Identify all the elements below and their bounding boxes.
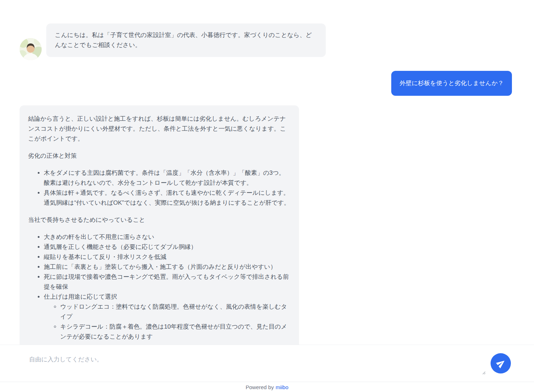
answer-section2-list: 大きめの軒を出して不用意に濡らさない 通気層を正しく機能させる（必要に応じてダブ… xyxy=(28,232,290,342)
send-button[interactable] xyxy=(491,353,511,373)
list-item: 具体策は軒＋通気です。なるべく濡らさず、濡れても速やかに乾くディテールにします。… xyxy=(44,188,290,208)
list-item: 縦貼りを基本にして反り・排水リスクを低減 xyxy=(44,252,290,262)
powered-by-text: Powered by xyxy=(246,384,274,390)
paper-plane-icon xyxy=(494,357,507,370)
message-input[interactable] xyxy=(28,352,486,375)
miibo-link[interactable]: miibo xyxy=(276,384,288,390)
composer-bar xyxy=(0,345,534,382)
footer: Powered by miibo xyxy=(0,382,534,392)
list-item: 通気層を正しく機能させる（必要に応じてダブル胴縁） xyxy=(44,242,290,252)
chat-widget: こんにちは。私は「子育て世代の家設計室」の代表、小暮徳行です。家づくりのことなら… xyxy=(0,0,534,392)
bot-greeting-text: こんにちは。私は「子育て世代の家設計室」の代表、小暮徳行です。家づくりのことなら… xyxy=(55,32,312,48)
answer-section1-list: 木をダメにする主因は腐朽菌です。条件は「温度」「水分（含水率）」「酸素」の3つ。… xyxy=(28,168,290,208)
bot-avatar xyxy=(20,38,42,60)
list-item: ウッドロングエコ：塗料ではなく防腐処理。色褪せがなく、風化の表情を楽しむタイプ xyxy=(60,302,290,322)
list-item: キシラデコール：防腐＋着色。濃色は10年程度で色褪せが目立つので、見た目のメンテ… xyxy=(60,322,290,342)
resize-handle-icon[interactable] xyxy=(481,370,486,374)
list-item-text: 仕上げは用途に応じて選択 xyxy=(44,293,117,300)
user-message-bubble: 外壁に杉板を使うと劣化しませんか？ xyxy=(391,71,512,96)
chat-area[interactable]: こんにちは。私は「子育て世代の家設計室」の代表、小暮徳行です。家づくりのことなら… xyxy=(0,0,534,345)
bot-greeting-bubble: こんにちは。私は「子育て世代の家設計室」の代表、小暮徳行です。家づくりのことなら… xyxy=(46,23,326,57)
finish-options-list: ウッドロングエコ：塗料ではなく防腐処理。色褪せがなく、風化の表情を楽しむタイプ … xyxy=(44,302,290,342)
message-row-user: 外壁に杉板を使うと劣化しませんか？ xyxy=(20,71,512,96)
list-item: 施工前に「表裏とも」塗装してから搬入・施工する（片面のみだと反りが出やすい） xyxy=(44,262,290,272)
list-item: 死に節は現場で接着や濃色コーキングで処置。雨が入ってもタイベック等で排出される前… xyxy=(44,272,290,292)
user-message-text: 外壁に杉板を使うと劣化しませんか？ xyxy=(399,80,504,87)
list-item: 大きめの軒を出して不用意に濡らさない xyxy=(44,232,290,242)
message-row-bot-greeting: こんにちは。私は「子育て世代の家設計室」の代表、小暮徳行です。家づくりのことなら… xyxy=(20,23,512,57)
answer-intro: 結論から言うと、正しい設計と施工をすれば、杉板は簡単には劣化しません。むしろメン… xyxy=(28,114,290,144)
answer-section2-heading: 当社で長持ちさせるためにやっていること xyxy=(28,215,290,225)
bot-answer-bubble: 結論から言うと、正しい設計と施工をすれば、杉板は簡単には劣化しません。むしろメン… xyxy=(20,105,299,345)
list-item: 木をダメにする主因は腐朽菌です。条件は「温度」「水分（含水率）」「酸素」の3つ。… xyxy=(44,168,290,188)
bot-avatar-image xyxy=(20,38,42,60)
message-row-bot-answer: 結論から言うと、正しい設計と施工をすれば、杉板は簡単には劣化しません。むしろメン… xyxy=(20,105,512,345)
answer-section1-heading: 劣化の正体と対策 xyxy=(28,151,290,161)
list-item: 仕上げは用途に応じて選択 ウッドロングエコ：塗料ではなく防腐処理。色褪せがなく、… xyxy=(44,292,290,342)
message-input-wrap xyxy=(28,352,486,375)
